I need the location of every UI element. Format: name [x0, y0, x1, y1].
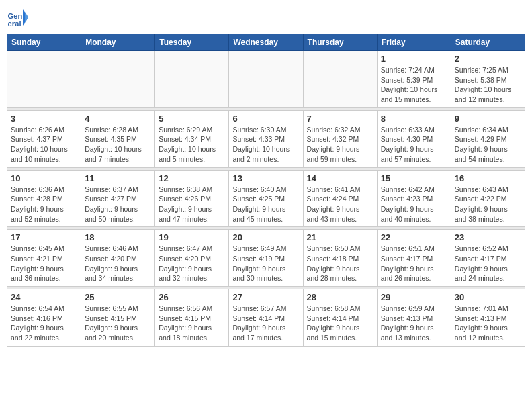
day-info: Sunrise: 6:56 AM Sunset: 4:15 PM Dayligh…: [159, 304, 225, 343]
day-cell: 11Sunrise: 6:37 AM Sunset: 4:27 PM Dayli…: [81, 170, 155, 227]
week-row-1: 1Sunrise: 7:24 AM Sunset: 5:39 PM Daylig…: [7, 51, 525, 108]
day-number: 26: [159, 292, 225, 302]
day-info: Sunrise: 6:36 AM Sunset: 4:28 PM Dayligh…: [11, 185, 77, 224]
header: Gen eral: [7, 7, 525, 28]
day-cell: 29Sunrise: 6:59 AM Sunset: 4:13 PM Dayli…: [377, 289, 451, 347]
day-number: 10: [11, 173, 77, 183]
day-cell: 14Sunrise: 6:41 AM Sunset: 4:24 PM Dayli…: [303, 170, 377, 227]
day-number: 24: [11, 292, 77, 302]
weekday-header-thursday: Thursday: [303, 34, 377, 51]
day-number: 2: [455, 54, 521, 64]
day-number: 5: [159, 113, 225, 124]
day-number: 14: [307, 173, 373, 183]
weekday-header-sunday: Sunday: [7, 34, 81, 51]
calendar: SundayMondayTuesdayWednesdayThursdayFrid…: [7, 34, 525, 347]
day-cell: 7Sunrise: 6:32 AM Sunset: 4:32 PM Daylig…: [303, 110, 377, 167]
day-number: 27: [232, 292, 299, 302]
day-cell: 10Sunrise: 6:36 AM Sunset: 4:28 PM Dayli…: [7, 170, 81, 227]
day-info: Sunrise: 6:58 AM Sunset: 4:14 PM Dayligh…: [307, 304, 373, 343]
day-cell: 15Sunrise: 6:42 AM Sunset: 4:23 PM Dayli…: [377, 170, 451, 227]
day-number: 3: [11, 113, 77, 124]
day-cell: 20Sunrise: 6:49 AM Sunset: 4:19 PM Dayli…: [229, 230, 303, 287]
day-number: 22: [381, 232, 447, 242]
day-info: Sunrise: 7:25 AM Sunset: 5:38 PM Dayligh…: [455, 65, 521, 105]
day-number: 28: [307, 292, 373, 302]
day-cell: 12Sunrise: 6:38 AM Sunset: 4:26 PM Dayli…: [155, 170, 229, 227]
day-info: Sunrise: 6:54 AM Sunset: 4:16 PM Dayligh…: [11, 304, 77, 343]
day-number: 6: [232, 113, 299, 124]
day-number: 16: [455, 173, 521, 183]
day-cell: 13Sunrise: 6:40 AM Sunset: 4:25 PM Dayli…: [229, 170, 303, 227]
day-cell: 2Sunrise: 7:25 AM Sunset: 5:38 PM Daylig…: [451, 51, 525, 108]
day-number: 13: [232, 173, 299, 183]
day-number: 21: [307, 232, 373, 242]
day-number: 23: [455, 232, 521, 242]
day-number: 11: [85, 173, 151, 183]
day-cell: 28Sunrise: 6:58 AM Sunset: 4:14 PM Dayli…: [303, 289, 377, 347]
day-cell: [229, 51, 303, 108]
day-info: Sunrise: 6:45 AM Sunset: 4:21 PM Dayligh…: [11, 244, 77, 283]
day-info: Sunrise: 7:01 AM Sunset: 4:13 PM Dayligh…: [455, 304, 521, 343]
weekday-header-row: SundayMondayTuesdayWednesdayThursdayFrid…: [7, 34, 525, 51]
day-info: Sunrise: 6:29 AM Sunset: 4:34 PM Dayligh…: [159, 125, 225, 165]
day-cell: 24Sunrise: 6:54 AM Sunset: 4:16 PM Dayli…: [7, 289, 81, 347]
day-number: 1: [381, 54, 447, 64]
day-number: 9: [455, 113, 521, 124]
logo-icon: Gen eral: [7, 7, 28, 28]
svg-text:eral: eral: [8, 19, 21, 28]
day-info: Sunrise: 6:55 AM Sunset: 4:15 PM Dayligh…: [85, 304, 151, 343]
day-info: Sunrise: 6:37 AM Sunset: 4:27 PM Dayligh…: [85, 185, 151, 224]
day-cell: 16Sunrise: 6:43 AM Sunset: 4:22 PM Dayli…: [451, 170, 525, 227]
svg-text:Gen: Gen: [8, 12, 23, 20]
day-cell: 30Sunrise: 7:01 AM Sunset: 4:13 PM Dayli…: [451, 289, 525, 347]
day-cell: 17Sunrise: 6:45 AM Sunset: 4:21 PM Dayli…: [7, 230, 81, 287]
day-info: Sunrise: 6:50 AM Sunset: 4:18 PM Dayligh…: [307, 244, 373, 283]
day-cell: [155, 51, 229, 108]
day-number: 12: [159, 173, 225, 183]
weekday-header-tuesday: Tuesday: [155, 34, 229, 51]
day-info: Sunrise: 6:47 AM Sunset: 4:20 PM Dayligh…: [159, 244, 225, 283]
logo: Gen eral: [7, 7, 31, 28]
day-info: Sunrise: 6:46 AM Sunset: 4:20 PM Dayligh…: [85, 244, 151, 283]
day-number: 18: [85, 232, 151, 242]
day-cell: 9Sunrise: 6:34 AM Sunset: 4:29 PM Daylig…: [451, 110, 525, 167]
day-number: 4: [85, 113, 151, 124]
day-info: Sunrise: 6:30 AM Sunset: 4:33 PM Dayligh…: [232, 125, 299, 165]
day-cell: 8Sunrise: 6:33 AM Sunset: 4:30 PM Daylig…: [377, 110, 451, 167]
day-info: Sunrise: 6:33 AM Sunset: 4:30 PM Dayligh…: [381, 125, 447, 165]
day-cell: 6Sunrise: 6:30 AM Sunset: 4:33 PM Daylig…: [229, 110, 303, 167]
day-cell: 4Sunrise: 6:28 AM Sunset: 4:35 PM Daylig…: [81, 110, 155, 167]
day-cell: 25Sunrise: 6:55 AM Sunset: 4:15 PM Dayli…: [81, 289, 155, 347]
day-number: 8: [381, 113, 447, 124]
day-number: 29: [381, 292, 447, 302]
day-number: 19: [159, 232, 225, 242]
day-info: Sunrise: 6:32 AM Sunset: 4:32 PM Dayligh…: [307, 125, 373, 165]
day-cell: 19Sunrise: 6:47 AM Sunset: 4:20 PM Dayli…: [155, 230, 229, 287]
day-number: 25: [85, 292, 151, 302]
svg-marker-3: [25, 12, 28, 23]
day-number: 15: [381, 173, 447, 183]
day-cell: 27Sunrise: 6:57 AM Sunset: 4:14 PM Dayli…: [229, 289, 303, 347]
day-cell: 21Sunrise: 6:50 AM Sunset: 4:18 PM Dayli…: [303, 230, 377, 287]
day-cell: [81, 51, 155, 108]
weekday-header-friday: Friday: [377, 34, 451, 51]
day-cell: 22Sunrise: 6:51 AM Sunset: 4:17 PM Dayli…: [377, 230, 451, 287]
day-info: Sunrise: 6:43 AM Sunset: 4:22 PM Dayligh…: [455, 185, 521, 224]
day-info: Sunrise: 6:42 AM Sunset: 4:23 PM Dayligh…: [381, 185, 447, 224]
day-info: Sunrise: 6:28 AM Sunset: 4:35 PM Dayligh…: [85, 125, 151, 165]
day-cell: 5Sunrise: 6:29 AM Sunset: 4:34 PM Daylig…: [155, 110, 229, 167]
day-cell: 18Sunrise: 6:46 AM Sunset: 4:20 PM Dayli…: [81, 230, 155, 287]
weekday-header-monday: Monday: [81, 34, 155, 51]
day-cell: 26Sunrise: 6:56 AM Sunset: 4:15 PM Dayli…: [155, 289, 229, 347]
day-info: Sunrise: 6:52 AM Sunset: 4:17 PM Dayligh…: [455, 244, 521, 283]
day-info: Sunrise: 6:51 AM Sunset: 4:17 PM Dayligh…: [381, 244, 447, 283]
day-info: Sunrise: 6:41 AM Sunset: 4:24 PM Dayligh…: [307, 185, 373, 224]
day-cell: 3Sunrise: 6:26 AM Sunset: 4:37 PM Daylig…: [7, 110, 81, 167]
week-row-2: 3Sunrise: 6:26 AM Sunset: 4:37 PM Daylig…: [7, 110, 525, 167]
weekday-header-saturday: Saturday: [451, 34, 525, 51]
day-info: Sunrise: 6:38 AM Sunset: 4:26 PM Dayligh…: [159, 185, 225, 224]
day-cell: 1Sunrise: 7:24 AM Sunset: 5:39 PM Daylig…: [377, 51, 451, 108]
week-row-5: 24Sunrise: 6:54 AM Sunset: 4:16 PM Dayli…: [7, 289, 525, 347]
day-info: Sunrise: 6:57 AM Sunset: 4:14 PM Dayligh…: [232, 304, 299, 343]
week-row-4: 17Sunrise: 6:45 AM Sunset: 4:21 PM Dayli…: [7, 230, 525, 287]
